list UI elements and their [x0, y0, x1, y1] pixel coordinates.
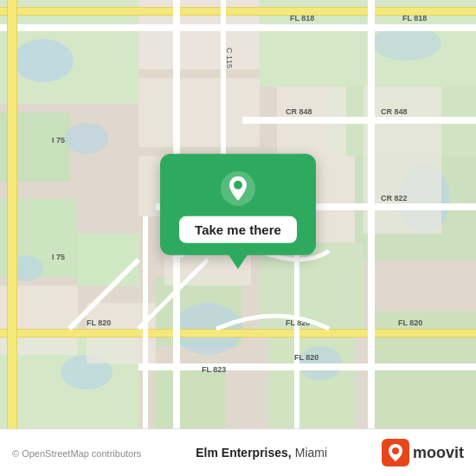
svg-rect-46: [221, 0, 226, 173]
svg-text:CR 848: CR 848: [381, 107, 408, 116]
svg-rect-47: [368, 0, 375, 428]
attribution-text: © OpenStreetMap contributors: [12, 445, 141, 460]
svg-point-15: [65, 123, 108, 154]
svg-text:FL 820: FL 820: [294, 353, 318, 362]
moovit-logo: moovit: [382, 439, 464, 466]
attribution-label: © OpenStreetMap contributors: [12, 448, 141, 459]
map-container: FL 818 FL 818 CR 848 CR 848 CR 822 FL 82…: [0, 0, 476, 428]
moovit-brand-icon: [382, 439, 409, 466]
svg-text:FL 820: FL 820: [398, 318, 422, 327]
svg-text:FL 818: FL 818: [290, 14, 314, 23]
location-pin-icon: [219, 169, 257, 207]
svg-rect-43: [7, 0, 8, 428]
svg-text:CR 822: CR 822: [381, 194, 408, 203]
bottom-bar: © OpenStreetMap contributors Elm Enterpr…: [0, 428, 476, 476]
svg-point-66: [234, 180, 242, 189]
svg-text:I 75: I 75: [52, 136, 65, 145]
take-me-there-button[interactable]: Take me there: [179, 215, 297, 242]
moovit-brand-text: moovit: [413, 444, 464, 462]
svg-text:C 115: C 115: [225, 48, 234, 68]
svg-rect-44: [16, 0, 17, 428]
svg-point-14: [13, 39, 74, 82]
svg-text:FL 823: FL 823: [202, 365, 226, 374]
place-info: Elm Enterprises, Miami: [196, 446, 327, 460]
svg-point-68: [392, 447, 399, 454]
svg-rect-40: [0, 337, 476, 338]
svg-rect-42: [7, 0, 17, 428]
svg-rect-41: [138, 363, 476, 370]
svg-text:CR 848: CR 848: [286, 107, 312, 116]
svg-text:I 75: I 75: [52, 253, 65, 261]
svg-rect-35: [0, 24, 476, 31]
popup-card: Take me there: [160, 153, 316, 254]
svg-rect-33: [0, 7, 476, 8]
svg-text:FL 818: FL 818: [402, 14, 427, 23]
svg-rect-4: [78, 234, 138, 286]
svg-rect-23: [138, 78, 260, 147]
place-name: Elm Enterprises,: [196, 446, 292, 460]
city-name: Miami: [295, 446, 327, 460]
svg-text:FL 820: FL 820: [87, 318, 111, 327]
svg-rect-36: [242, 117, 476, 124]
